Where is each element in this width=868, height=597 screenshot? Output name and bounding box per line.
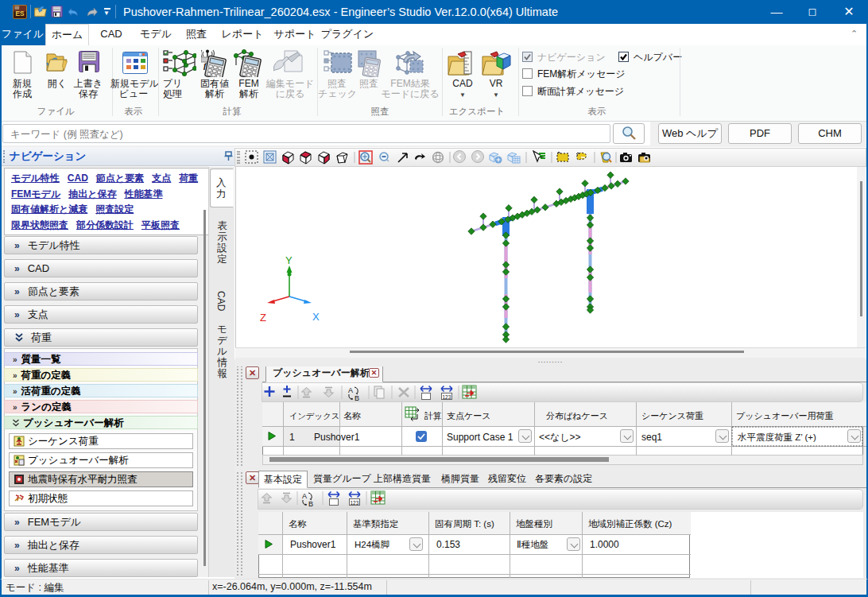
svg-text:インデックス: インデックス: [289, 412, 339, 421]
svg-text:水平震度荷重 Z’ (+): 水平震度荷重 Z’ (+): [737, 432, 816, 442]
svg-text:分布ばねケース: 分布ばねケース: [546, 411, 608, 421]
svg-text:Pushover1: Pushover1: [314, 432, 360, 443]
svg-text:1: 1: [289, 432, 295, 443]
svg-text:Support Case 1: Support Case 1: [447, 432, 513, 443]
svg-text:Ⅱ種地盤: Ⅱ種地盤: [517, 540, 548, 549]
svg-text:Z: Z: [260, 312, 266, 324]
svg-text:計算: 計算: [424, 411, 442, 421]
svg-text:seq1: seq1: [641, 432, 662, 443]
svg-text:Pushover1: Pushover1: [290, 539, 336, 550]
svg-text:シーケンス荷重: シーケンス荷重: [641, 411, 703, 421]
svg-text:基準類指定: 基準類指定: [353, 519, 399, 529]
svg-text:プッシュオーバー用荷重: プッシュオーバー用荷重: [736, 411, 834, 421]
svg-text:1.0000: 1.0000: [590, 539, 619, 550]
svg-text:0.153: 0.153: [436, 539, 460, 550]
svg-text:X: X: [312, 311, 320, 323]
svg-text:地盤種別: 地盤種別: [516, 519, 552, 529]
svg-text:名称: 名称: [289, 519, 307, 529]
svg-text:ES: ES: [15, 10, 25, 17]
svg-text:<<なし>>: <<なし>>: [539, 432, 581, 443]
svg-text:H24橋脚: H24橋脚: [355, 540, 389, 549]
svg-text:Y: Y: [285, 254, 293, 266]
svg-text:支点ケース: 支点ケース: [447, 411, 491, 421]
svg-text:固有周期 T: (s): 固有周期 T: (s): [435, 519, 494, 529]
svg-text:名称: 名称: [343, 411, 361, 421]
svg-text:地域別補正係数 (Cz): 地域別補正係数 (Cz): [588, 519, 672, 529]
